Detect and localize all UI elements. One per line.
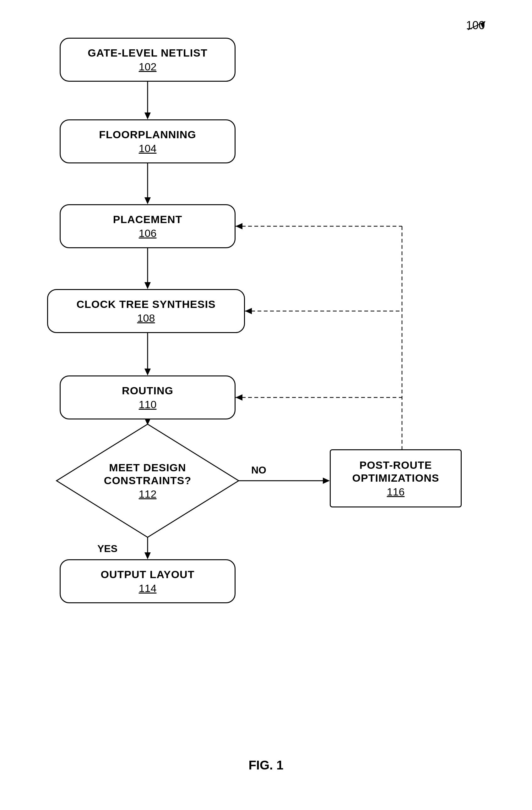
svg-marker-16: [323, 477, 330, 484]
diamond-box: MEET DESIGNCONSTRAINTS? 112: [56, 424, 239, 537]
post-route-ref: 116: [387, 486, 405, 498]
routing-ref: 110: [139, 399, 157, 411]
output-layout-box: OUTPUT LAYOUT 114: [60, 559, 235, 603]
output-layout-ref: 114: [139, 582, 157, 595]
placement-ref: 106: [139, 227, 157, 239]
clock-tree-synthesis-ref: 108: [137, 312, 155, 324]
placement-box: PLACEMENT 106: [60, 204, 235, 248]
ref-100: 100: [466, 19, 485, 32]
clock-tree-synthesis-box: CLOCK TREE SYNTHESIS 108: [47, 289, 245, 333]
gate-level-netlist-box: GATE-LEVEL NETLIST 102: [60, 38, 235, 82]
figure-label: FIG. 1: [248, 758, 283, 772]
clock-tree-synthesis-title: CLOCK TREE SYNTHESIS: [76, 298, 215, 311]
floorplanning-title: FLOORPLANNING: [99, 128, 196, 141]
floorplanning-box: FLOORPLANNING 104: [60, 119, 235, 163]
gate-level-netlist-ref: 102: [139, 61, 157, 73]
post-route-optimizations-box: POST-ROUTEOPTIMIZATIONS 116: [330, 449, 462, 507]
svg-marker-24: [235, 394, 243, 401]
placement-title: PLACEMENT: [113, 213, 182, 226]
diagram-container: 100 GATE-LEVEL NETLIST 102 FLOORPLANNING…: [0, 0, 532, 810]
routing-title: ROUTING: [122, 384, 173, 397]
diamond-title: MEET DESIGNCONSTRAINTS?: [104, 461, 191, 487]
svg-marker-22: [245, 308, 252, 314]
gate-level-netlist-title: GATE-LEVEL NETLIST: [88, 47, 207, 59]
svg-marker-14: [145, 552, 151, 559]
svg-marker-5: [145, 197, 151, 204]
post-route-title: POST-ROUTEOPTIMIZATIONS: [352, 459, 439, 485]
output-layout-title: OUTPUT LAYOUT: [101, 568, 195, 581]
yes-label: YES: [97, 543, 117, 554]
no-label: NO: [251, 464, 266, 476]
svg-marker-7: [145, 282, 151, 289]
floorplanning-ref: 104: [139, 142, 157, 155]
svg-marker-20: [235, 223, 243, 229]
svg-marker-3: [145, 113, 151, 119]
svg-marker-9: [145, 369, 151, 375]
diamond-ref: 112: [139, 488, 157, 500]
routing-box: ROUTING 110: [60, 375, 235, 419]
